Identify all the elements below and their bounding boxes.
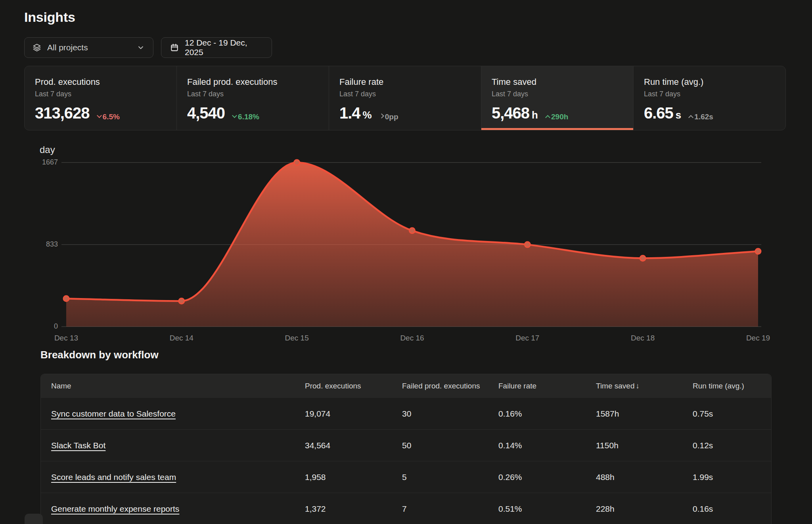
cell-failure-rate: 0.16% — [498, 409, 596, 419]
col-header-time-saved[interactable]: Time saved↓ — [596, 382, 693, 390]
cell-time-saved: 1150h — [596, 441, 693, 450]
cell-failed-prod-executions: 7 — [402, 504, 498, 514]
executions-area-chart — [0, 151, 812, 337]
col-header-prod-executions[interactable]: Prod. executions — [305, 382, 402, 390]
cell-run-time: 0.12s — [693, 441, 771, 450]
chart-point — [294, 160, 300, 165]
project-filter-value: All projects — [47, 43, 88, 52]
help-button[interactable] — [25, 514, 43, 524]
trend-up-icon — [545, 115, 550, 120]
chart-point — [179, 298, 184, 304]
kpi-card-run-time[interactable]: Run time (avg.) Last 7 days 6.65 s 1.62s — [633, 66, 785, 130]
trend-down-icon — [97, 113, 102, 118]
cell-failed-prod-executions: 50 — [402, 441, 498, 450]
cell-failed-prod-executions: 30 — [402, 409, 498, 419]
table-row: Sync customer data to Salesforce 19,074 … — [41, 398, 771, 429]
kpi-delta-value: 6.5% — [103, 113, 120, 121]
x-axis-tick: Dec 19 — [726, 334, 790, 342]
col-header-name[interactable]: Name — [41, 382, 305, 390]
kpi-delta-value: 1.62s — [694, 113, 713, 121]
kpi-delta-value: 290h — [551, 113, 568, 121]
kpi-value: 5,468 — [492, 104, 529, 122]
kpi-unit: s — [676, 109, 681, 121]
trend-down-icon — [232, 113, 237, 118]
cell-time-saved: 228h — [596, 504, 693, 514]
kpi-title: Failure rate — [339, 77, 469, 87]
cell-prod-executions: 1,958 — [305, 472, 402, 482]
kpi-unit: h — [532, 109, 538, 121]
trend-up-icon — [688, 115, 693, 120]
kpi-value: 4,540 — [187, 104, 225, 122]
workflow-link[interactable]: Sync customer data to Salesforce — [51, 409, 176, 418]
workflow-link[interactable]: Slack Task Bot — [51, 441, 105, 450]
kpi-value: 1.4 — [339, 104, 360, 122]
kpi-title: Failed prod. executions — [187, 77, 317, 87]
cell-run-time: 0.75s — [693, 409, 771, 419]
page-title: Insights — [24, 10, 75, 25]
sort-desc-indicator: ↓ — [636, 382, 640, 390]
col-header-run-time[interactable]: Run time (avg.) — [693, 382, 771, 390]
kpi-title: Prod. executions — [35, 77, 165, 87]
kpi-delta: 6.5% — [98, 113, 120, 121]
x-axis-tick: Dec 18 — [611, 334, 674, 342]
kpi-period: Last 7 days — [187, 90, 317, 98]
workflow-link[interactable]: Score leads and notify sales team — [51, 472, 176, 482]
col-header-failed-prod-executions[interactable]: Failed prod. executions — [402, 382, 498, 390]
cell-prod-executions: 19,074 — [305, 409, 402, 419]
kpi-card-prod-executions[interactable]: Prod. executions Last 7 days 313,628 6.5… — [25, 66, 176, 130]
cell-failed-prod-executions: 5 — [402, 472, 498, 482]
kpi-card-row: Prod. executions Last 7 days 313,628 6.5… — [24, 66, 786, 130]
kpi-title: Time saved — [492, 77, 621, 87]
col-header-time-saved-label: Time saved — [596, 382, 635, 390]
y-axis-tick: 0 — [23, 322, 58, 331]
kpi-value: 6.65 — [644, 104, 673, 122]
x-axis-tick: Dec 15 — [265, 334, 329, 342]
cell-failure-rate: 0.26% — [498, 472, 596, 482]
kpi-card-time-saved[interactable]: Time saved Last 7 days 5,468 h 290h — [481, 66, 633, 130]
cell-time-saved: 488h — [596, 472, 693, 482]
table-row: Score leads and notify sales team 1,958 … — [41, 461, 771, 493]
kpi-period: Last 7 days — [35, 90, 165, 98]
date-range-value: 12 Dec - 19 Dec, 2025 — [185, 38, 263, 57]
cell-run-time: 0.16s — [693, 504, 771, 514]
kpi-period: Last 7 days — [492, 90, 621, 98]
y-axis-tick: 833 — [23, 240, 58, 249]
kpi-delta-value: 0pp — [385, 113, 398, 121]
y-axis-tick: 1667 — [23, 158, 58, 166]
breakdown-table: Name Prod. executions Failed prod. execu… — [40, 374, 772, 524]
table-header-row: Name Prod. executions Failed prod. execu… — [41, 374, 771, 398]
x-axis-tick: Dec 17 — [496, 334, 559, 342]
kpi-delta: 1.62s — [689, 113, 713, 121]
kpi-title: Run time (avg.) — [644, 77, 774, 87]
kpi-delta: 0pp — [380, 113, 398, 121]
kpi-delta: 6.18% — [233, 113, 259, 121]
project-filter-select[interactable]: All projects — [24, 37, 153, 58]
breakdown-heading: Breakdown by workflow — [40, 349, 159, 361]
chart-point — [755, 249, 761, 254]
layers-icon — [33, 43, 41, 52]
x-axis-tick: Dec 16 — [381, 334, 444, 342]
workflow-link[interactable]: Generate monthly expense reports — [51, 504, 179, 513]
chart-point — [640, 255, 645, 261]
x-axis-tick: Dec 14 — [150, 334, 213, 342]
kpi-period: Last 7 days — [644, 90, 774, 98]
kpi-card-failed-prod-executions[interactable]: Failed prod. executions Last 7 days 4,54… — [176, 66, 329, 130]
kpi-value: 313,628 — [35, 104, 90, 122]
cell-run-time: 1.99s — [693, 472, 771, 482]
chevron-down-icon — [136, 43, 145, 52]
chart-point — [63, 296, 69, 301]
cell-prod-executions: 34,564 — [305, 441, 402, 450]
table-row: Generate monthly expense reports 1,372 7… — [41, 493, 771, 524]
trend-flat-icon — [379, 113, 384, 119]
chart-point — [525, 242, 530, 247]
date-range-button[interactable]: 12 Dec - 19 Dec, 2025 — [161, 37, 272, 58]
cell-failure-rate: 0.51% — [498, 504, 596, 514]
x-axis-tick: Dec 13 — [34, 334, 98, 342]
cell-time-saved: 1587h — [596, 409, 693, 419]
chart-point — [410, 228, 415, 233]
kpi-card-failure-rate[interactable]: Failure rate Last 7 days 1.4 % 0pp — [329, 66, 481, 130]
col-header-failure-rate[interactable]: Failure rate — [498, 382, 596, 390]
kpi-delta: 290h — [546, 113, 568, 121]
kpi-unit: % — [363, 109, 372, 121]
table-row: Slack Task Bot 34,564 50 0.14% 1150h 0.1… — [41, 429, 771, 461]
